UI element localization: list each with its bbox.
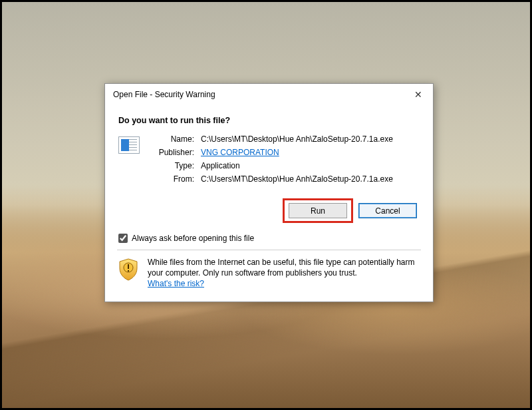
shield-warning-icon: [118, 258, 138, 281]
value-type: Application: [201, 161, 240, 170]
label-name: Name:: [149, 134, 201, 144]
cancel-button[interactable]: Cancel: [358, 203, 417, 218]
dialog-titlebar: Open File - Security Warning ✕: [105, 84, 433, 105]
warning-text-block: While files from the Internet can be use…: [148, 257, 420, 290]
field-from: From: C:\Users\MT\Desktop\Hue Anh\ZaloSe…: [149, 174, 421, 184]
application-icon: [118, 136, 140, 154]
label-from: From:: [149, 174, 201, 184]
label-type: Type:: [149, 161, 201, 170]
always-ask-checkbox[interactable]: [118, 234, 128, 243]
security-warning-dialog: Open File - Security Warning ✕ Do you wa…: [104, 83, 434, 302]
file-info-section: Name: C:\Users\MT\Desktop\Hue Anh\ZaloSe…: [117, 134, 421, 188]
value-from: C:\Users\MT\Desktop\Hue Anh\ZaloSetup-20…: [201, 174, 393, 184]
warning-text: While files from the Internet can be use…: [148, 258, 415, 278]
close-button[interactable]: ✕: [409, 88, 428, 101]
field-type: Type: Application: [149, 161, 421, 170]
dialog-body: Do you want to run this file? Name: C:\U…: [105, 105, 433, 302]
value-name: C:\Users\MT\Desktop\Hue Anh\ZaloSetup-20…: [201, 134, 393, 144]
dialog-question: Do you want to run this file?: [118, 116, 421, 125]
svg-rect-1: [128, 264, 129, 269]
divider: [117, 250, 421, 250]
field-name: Name: C:\Users\MT\Desktop\Hue Anh\ZaloSe…: [149, 134, 421, 144]
publisher-link[interactable]: VNG CORPORATION: [201, 148, 279, 157]
label-publisher: Publisher:: [149, 148, 201, 157]
dialog-button-row: Run Cancel: [117, 198, 417, 223]
always-ask-label: Always ask before opening this file: [132, 234, 254, 243]
desktop-background: Open File - Security Warning ✕ Do you wa…: [0, 0, 532, 410]
warning-section: While files from the Internet can be use…: [117, 257, 421, 292]
always-ask-row[interactable]: Always ask before opening this file: [118, 234, 421, 243]
svg-rect-2: [128, 270, 129, 272]
run-button-highlight: Run: [283, 198, 353, 223]
dialog-title: Open File - Security Warning: [113, 90, 215, 99]
field-publisher: Publisher: VNG CORPORATION: [149, 148, 421, 157]
whats-the-risk-link[interactable]: What's the risk?: [148, 279, 204, 288]
file-fields: Name: C:\Users\MT\Desktop\Hue Anh\ZaloSe…: [149, 134, 421, 188]
close-icon: ✕: [414, 90, 422, 99]
run-button[interactable]: Run: [289, 203, 347, 218]
